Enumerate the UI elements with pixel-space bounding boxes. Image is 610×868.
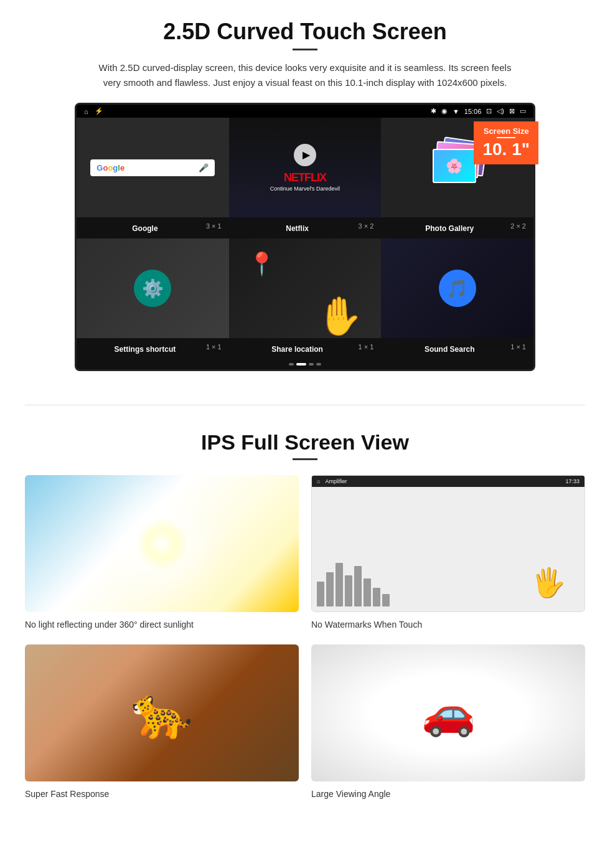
sound-label-cell: Sound Search 1 × 1 [381, 342, 533, 356]
screen-badge-line [497, 137, 515, 138]
car-image: 🚗 [311, 644, 585, 781]
section1-title: 2.5D Curved Touch Screen [37, 19, 573, 45]
label-row-2: Settings shortcut 1 × 1 Share location 1… [77, 338, 533, 359]
photo-card-3: 🌸 [433, 149, 476, 183]
cheetah-visual: 🐆 [25, 644, 299, 781]
hand-touch-icon: 🖐 [531, 566, 566, 599]
device-screen: ⌂ ⚡ ✱ ◉ ▼ 15:06 ⊡ ◁) ⊠ ▭ [75, 103, 535, 371]
bar7 [373, 588, 380, 606]
gallery-label: Photo Gallery [425, 224, 474, 233]
feature-watermark: ⌂ Amplifier 17:33 [311, 475, 585, 632]
amp-header: ⌂ Amplifier 17:33 [312, 476, 584, 487]
netflix-size: 3 × 2 [359, 222, 374, 230]
settings-label-cell: Settings shortcut 1 × 1 [77, 342, 229, 356]
amplifier-visual: ⌂ Amplifier 17:33 [311, 475, 585, 612]
bar6 [364, 578, 371, 606]
title-underline-2 [293, 458, 317, 460]
bar4 [345, 575, 352, 606]
status-time: 15:06 [464, 108, 482, 115]
scroll-dots [77, 359, 533, 369]
gallery-label-cell: Photo Gallery 2 × 2 [381, 221, 533, 235]
mic-icon: 🎤 [199, 163, 209, 172]
music-icon: 🎵 [439, 270, 476, 307]
app-grid-row2: ⚙️ 📍 🤚 🎵 [77, 238, 533, 338]
settings-app-cell[interactable]: ⚙️ [77, 238, 229, 338]
settings-icon: ⚙️ [134, 270, 171, 307]
bar3 [336, 563, 343, 606]
feature-car: 🚗 Large Viewing Angle [311, 644, 585, 801]
settings-size: 1 × 1 [206, 343, 222, 351]
camera-icon: ⊡ [486, 107, 492, 115]
google-size: 3 × 1 [206, 222, 222, 230]
home-icon: ⌂ [84, 108, 88, 115]
sun-glow [137, 519, 187, 568]
car-icon: 🚗 [421, 687, 476, 738]
status-right: ✱ ◉ ▼ 15:06 ⊡ ◁) ⊠ ▭ [431, 107, 526, 115]
cheetah-image: 🐆 [25, 644, 299, 781]
google-logo: Google [96, 163, 124, 172]
amp-title: Amplifier [325, 478, 347, 484]
netflix-app-cell[interactable]: ▶ NETFLIX Continue Marvel's Daredevil [229, 118, 382, 217]
bar1 [317, 582, 324, 606]
play-button[interactable]: ▶ [294, 144, 316, 166]
sunlight-image [25, 475, 299, 612]
screen-badge-label: Screen Size [482, 126, 530, 136]
feature-grid: No light reflecting under 360° direct su… [25, 475, 585, 801]
screen-size-badge: Screen Size 10. 1" [474, 121, 538, 164]
hand-icon: 🤚 [316, 294, 362, 338]
share-label-cell: Share location 1 × 1 [229, 342, 382, 356]
dot-3 [309, 363, 314, 366]
cheetah-icon: 🐆 [131, 684, 193, 742]
section-curved-screen: 2.5D Curved Touch Screen With 2.5D curve… [0, 0, 610, 386]
settings-label: Settings shortcut [115, 345, 176, 354]
device-wrapper: Screen Size 10. 1" ⌂ ⚡ ✱ ◉ ▼ 15:06 ⊡ ◁) … [75, 103, 535, 371]
google-app-cell[interactable]: Google 🎤 [77, 118, 229, 217]
screen-badge-size: 10. 1" [482, 139, 530, 159]
netflix-background: ▶ NETFLIX Continue Marvel's Daredevil [229, 118, 382, 217]
maps-icon: 📍 [248, 251, 276, 277]
dot-4 [316, 363, 321, 366]
sound-size: 1 × 1 [510, 343, 526, 351]
car-label: Large Viewing Angle [311, 786, 585, 801]
share-app-cell[interactable]: 📍 🤚 [229, 238, 382, 338]
bar5 [354, 566, 362, 606]
feature-sunlight: No light reflecting under 360° direct su… [25, 475, 299, 632]
dot-1 [289, 363, 294, 366]
bar2 [326, 572, 334, 606]
sound-label: Sound Search [425, 345, 475, 354]
amp-time: 17:33 [565, 478, 580, 484]
google-label-cell: Google 3 × 1 [77, 221, 229, 235]
netflix-logo: NETFLIX [284, 171, 326, 184]
netflix-label-cell: Netflix 3 × 2 [229, 221, 382, 235]
netflix-subtitle: Continue Marvel's Daredevil [270, 186, 340, 192]
sound-app-cell[interactable]: 🎵 [381, 238, 533, 338]
sunlight-visual [25, 475, 299, 612]
cheetah-label: Super Fast Response [25, 786, 299, 801]
window-icon: ▭ [520, 107, 526, 115]
share-label: Share location [271, 345, 323, 354]
close-icon: ⊠ [509, 107, 515, 115]
share-size: 1 × 1 [359, 343, 374, 351]
app-grid-row1: Google 🎤 ▶ NE [77, 118, 533, 217]
section-ips: IPS Full Screen View No light reflecting… [0, 424, 610, 820]
gallery-size: 2 × 2 [510, 222, 526, 230]
flower-icon: 🌸 [446, 158, 462, 174]
bar8 [382, 594, 390, 606]
amp-home-icon: ⌂ [317, 478, 320, 484]
google-search-bar[interactable]: Google 🎤 [90, 159, 215, 176]
watermark-label: No Watermarks When Touch [311, 617, 585, 632]
dot-2 [296, 363, 306, 366]
section1-description: With 2.5D curved-display screen, this de… [93, 60, 517, 90]
bluetooth-icon: ✱ [431, 107, 436, 115]
car-visual: 🚗 [311, 644, 585, 781]
location-icon: ◉ [441, 107, 448, 115]
sunlight-label: No light reflecting under 360° direct su… [25, 617, 299, 632]
google-label: Google [132, 224, 157, 233]
section2-title: IPS Full Screen View [25, 430, 585, 455]
netflix-label: Netflix [286, 224, 309, 233]
usb-icon: ⚡ [95, 107, 103, 115]
status-bar: ⌂ ⚡ ✱ ◉ ▼ 15:06 ⊡ ◁) ⊠ ▭ [77, 105, 533, 118]
title-underline [293, 49, 317, 50]
status-left: ⌂ ⚡ [84, 107, 103, 115]
volume-icon: ◁) [497, 107, 504, 115]
